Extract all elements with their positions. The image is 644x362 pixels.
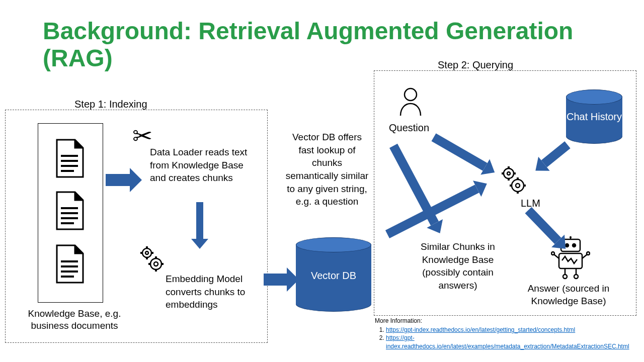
svg-rect-18 [140, 252, 143, 254]
document-icon [54, 139, 86, 178]
svg-rect-16 [146, 246, 148, 249]
svg-point-25 [504, 168, 514, 178]
svg-point-28 [516, 184, 520, 188]
step1-label: Step 1: Indexing [74, 99, 147, 110]
more-info-header: More Information: [375, 317, 422, 324]
svg-line-44 [582, 254, 587, 258]
vectordb-cylinder: Vector DB [296, 237, 371, 312]
svg-rect-29 [508, 166, 510, 169]
step2-label: Step 2: Querying [438, 59, 513, 71]
svg-rect-20 [155, 256, 157, 259]
svg-rect-19 [151, 252, 153, 254]
svg-rect-17 [146, 257, 148, 259]
arrow-icon [264, 274, 288, 286]
svg-rect-32 [513, 172, 516, 174]
svg-point-13 [145, 251, 148, 254]
svg-point-45 [551, 252, 554, 255]
arrow-icon [106, 174, 131, 186]
svg-rect-42 [559, 253, 582, 268]
svg-rect-34 [517, 191, 519, 194]
svg-rect-22 [148, 263, 151, 265]
svg-point-41 [570, 236, 572, 238]
svg-point-39 [573, 244, 576, 247]
svg-rect-36 [523, 185, 526, 187]
chat-history-label: Chat History [566, 111, 622, 123]
chunks-text: Similar Chunks in Knowledge Base (possib… [410, 240, 506, 292]
embedding-text: Embedding Model converts chunks to embed… [166, 273, 266, 311]
scissors-icon: ✂ [132, 124, 152, 148]
more-info-link-2[interactable]: https://gpt-index.readthedocs.io/en/late… [386, 334, 629, 349]
vectordb-label: Vector DB [296, 269, 371, 282]
svg-rect-31 [502, 172, 504, 174]
arrow-icon [196, 202, 203, 240]
svg-rect-23 [161, 263, 164, 265]
svg-rect-21 [155, 269, 157, 272]
person-icon [397, 86, 424, 117]
gears-icon [496, 163, 529, 197]
chat-history-cylinder: Chat History [566, 89, 622, 144]
svg-point-27 [512, 179, 524, 192]
svg-rect-33 [517, 177, 519, 180]
svg-rect-35 [510, 185, 512, 187]
question-label: Question [389, 122, 429, 134]
document-icon [54, 244, 86, 284]
more-info: More Information: https://gpt-index.read… [375, 317, 636, 350]
svg-point-46 [587, 252, 590, 255]
svg-point-12 [142, 248, 151, 257]
svg-point-15 [154, 262, 158, 266]
svg-rect-30 [508, 178, 510, 180]
svg-point-24 [405, 88, 417, 101]
vectordb-note: Vector DB offers fast lookup of chunks s… [284, 131, 370, 208]
svg-point-26 [507, 172, 510, 175]
more-info-link-1[interactable]: https://gpt-index.readthedocs.io/en/late… [386, 326, 575, 333]
svg-point-14 [150, 258, 162, 269]
svg-point-49 [563, 275, 567, 279]
kb-caption: Knowledge Base, e.g. business documents [24, 308, 125, 332]
slide-title: Background: Retrieval Augmented Generati… [43, 18, 644, 72]
svg-point-50 [574, 275, 578, 279]
svg-line-43 [554, 254, 559, 258]
gears-icon [136, 244, 166, 274]
answer-text: Answer (sourced in Knowledge Base) [516, 283, 621, 307]
data-loader-text: Data Loader reads text from Knowledge Ba… [150, 146, 251, 185]
document-icon [54, 191, 86, 230]
